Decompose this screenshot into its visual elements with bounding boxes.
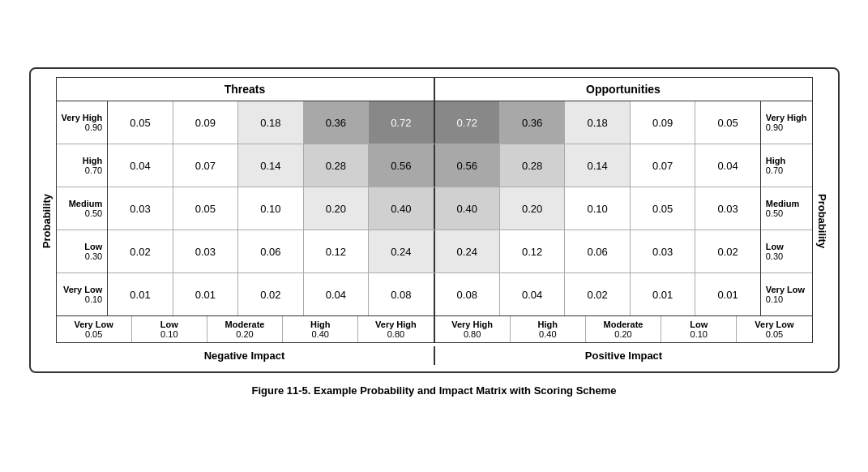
table-cell: 0.05 [173,187,238,230]
table-cell: 0.72 [369,101,434,144]
prob-row-right-label: High0.70 [761,144,812,187]
outer-container: Probability Threats Opportunities Very H… [21,51,848,421]
table-cell: 0.72 [435,101,500,144]
table-cell: 0.14 [238,144,303,187]
impact-label-cell: Very Low0.05 [57,316,132,342]
table-cell: 0.04 [304,273,369,315]
table-cell: 0.36 [304,101,369,144]
probability-label-right: Probability [813,194,832,248]
table-cell: 0.03 [631,230,695,272]
table-row: 0.030.050.100.200.400.400.200.100.050.03 [108,187,760,230]
top-headers: Threats Opportunities [56,77,813,101]
prob-row-label: Very High0.90 [57,101,108,144]
threats-header: Threats [57,78,435,101]
impact-labels-row: Very Low0.05Low0.10Moderate0.20High0.40V… [56,316,813,343]
data-area: 0.050.090.180.360.720.720.360.180.090.05… [108,101,760,315]
table-cell: 0.24 [435,230,500,272]
table-cell: 0.01 [108,273,173,315]
table-cell: 0.04 [108,144,173,187]
table-cell: 0.24 [369,230,434,272]
table-cell: 0.07 [631,144,695,187]
table-cell: 0.05 [631,187,695,230]
table-cell: 0.14 [565,144,630,187]
table-cell: 0.06 [565,230,630,272]
table-cell: 0.06 [238,230,303,272]
table-cell: 0.08 [369,273,434,315]
impact-type-row: Negative Impact Positive Impact [56,346,813,365]
table-cell: 0.20 [500,187,565,230]
table-cell: 0.02 [695,230,759,272]
prob-row-right-label: Very Low0.10 [761,273,812,315]
table-cell: 0.20 [304,187,369,230]
prob-row-right-label: Low0.30 [761,230,812,273]
matrix-wrapper: Probability Threats Opportunities Very H… [29,67,840,373]
prob-row-label: Medium0.50 [57,187,108,230]
table-cell: 0.56 [435,144,500,187]
table-cell: 0.02 [238,273,303,315]
table-cell: 0.03 [695,187,759,230]
table-cell: 0.09 [631,101,695,144]
table-cell: 0.18 [238,101,303,144]
table-cell: 0.01 [695,273,759,315]
prob-row-label: High0.70 [57,144,108,187]
probability-label-left: Probability [37,194,56,248]
prob-row-labels-left: Very High0.90High0.70Medium0.50Low0.30Ve… [57,101,109,315]
impact-label-cell: High0.40 [283,316,358,342]
impact-label-cell: Low0.10 [132,316,207,342]
table-cell: 0.05 [108,101,173,144]
table-cell: 0.03 [173,230,238,272]
impact-label-cell: Moderate0.20 [207,316,283,342]
table-row: 0.040.070.140.280.560.560.280.140.070.04 [108,144,760,187]
opportunities-header: Opportunities [435,78,812,101]
table-cell: 0.40 [369,187,434,230]
table-cell: 0.09 [173,101,238,144]
table-cell: 0.56 [369,144,434,187]
table-row: 0.020.030.060.120.240.240.120.060.030.02 [108,230,760,273]
prob-row-labels-right: Very High0.90High0.70Medium0.50Low0.30Ve… [760,101,812,315]
table-cell: 0.12 [304,230,369,272]
prob-row-label: Very Low0.10 [57,273,108,315]
impact-label-cell: Very Low0.05 [737,316,811,342]
table-cell: 0.36 [500,101,565,144]
table-row: 0.050.090.180.360.720.720.360.180.090.05 [108,101,760,144]
prob-row-right-label: Very High0.90 [761,101,812,144]
table-cell: 0.03 [108,187,173,230]
table-cell: 0.08 [435,273,500,315]
table-row: 0.010.010.020.040.080.080.040.020.010.01 [108,273,760,315]
table-cell: 0.28 [500,144,565,187]
impact-label-cell: Moderate0.20 [586,316,661,342]
negative-impact-label: Negative Impact [56,346,435,365]
table-cell: 0.07 [173,144,238,187]
table-cell: 0.02 [565,273,630,315]
prob-row-label: Low0.30 [57,230,108,273]
figure-caption: Figure 11-5. Example Probability and Imp… [29,384,840,397]
table-cell: 0.04 [695,144,759,187]
prob-row-right-label: Medium0.50 [761,187,812,230]
table-cell: 0.10 [238,187,303,230]
impact-label-cell: Low0.10 [661,316,737,342]
impact-label-cell: High0.40 [511,316,586,342]
table-cell: 0.12 [500,230,565,272]
table-cell: 0.05 [695,101,759,144]
table-cell: 0.01 [631,273,695,315]
positive-impact-label: Positive Impact [435,346,813,365]
table-cell: 0.04 [500,273,565,315]
table-cell: 0.02 [108,230,173,272]
impact-label-cell: Very High0.80 [435,316,511,342]
table-cell: 0.10 [565,187,630,230]
table-cell: 0.01 [173,273,238,315]
table-cell: 0.18 [565,101,630,144]
main-content: Probability Threats Opportunities Very H… [37,77,832,365]
table-cell: 0.40 [435,187,500,230]
impact-label-cell: Very High0.80 [358,316,434,342]
matrix-inner: Threats Opportunities Very High0.90High0… [56,77,813,365]
table-cell: 0.28 [304,144,369,187]
matrix-grid: Very High0.90High0.70Medium0.50Low0.30Ve… [56,101,813,316]
